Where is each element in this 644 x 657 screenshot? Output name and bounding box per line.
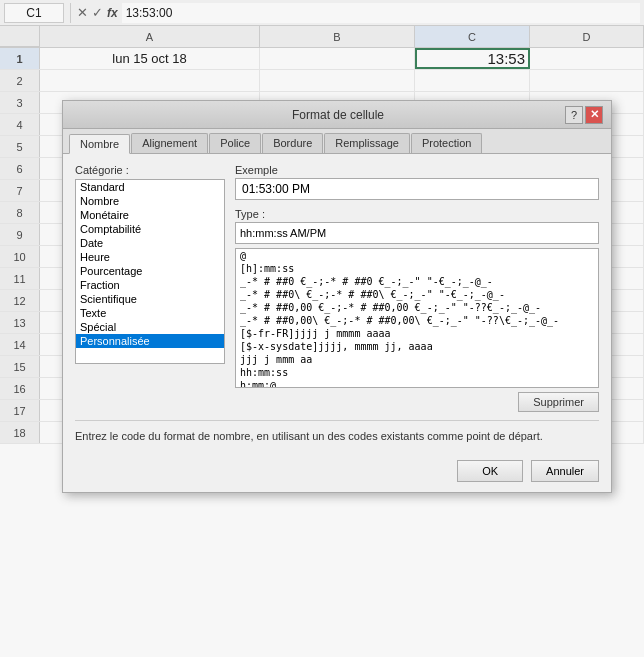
dialog-title-buttons: ? ✕ [565,106,603,124]
tab-nombre[interactable]: Nombre [69,134,130,154]
category-special[interactable]: Spécial [76,320,224,334]
dialog-close-button[interactable]: ✕ [585,106,603,124]
category-scientifique[interactable]: Scientifique [76,292,224,306]
format-cell-dialog: Format de cellule ? ✕ Nombre Alignement … [62,100,612,493]
cancel-button[interactable]: Annuler [531,460,599,482]
description-text: Entrez le code du format de nombre, en u… [75,430,543,442]
format-item-hmss[interactable]: [h]:mm:ss [236,262,598,275]
category-date[interactable]: Date [76,236,224,250]
description-area: Entrez le code du format de nombre, en u… [75,420,599,444]
dialog-title-bar: Format de cellule ? ✕ [63,101,611,129]
format-item-date-sys[interactable]: [$-x-sysdate]jjjj, mmmm jj, aaaa [236,340,598,353]
dialog-help-button[interactable]: ? [565,106,583,124]
example-value: 01:53:00 PM [235,178,599,200]
example-label: Exemple [235,164,599,176]
format-item-hmmat[interactable]: h:mm;@ [236,379,598,388]
category-panel: Catégorie : Standard Nombre Monétaire Co… [75,164,225,412]
dialog-overlay: Format de cellule ? ✕ Nombre Alignement … [0,0,644,657]
format-item-1[interactable]: _-* # ##0 €_-;-* # ##0 €_-;_-" "-€_-;_-@… [236,275,598,288]
dialog-title: Format de cellule [111,108,565,122]
delete-button[interactable]: Supprimer [518,392,599,412]
category-pourcentage[interactable]: Pourcentage [76,264,224,278]
tab-protection[interactable]: Protection [411,133,483,153]
delete-button-row: Supprimer [235,392,599,412]
format-item-at[interactable]: @ [236,249,598,262]
category-fraction[interactable]: Fraction [76,278,224,292]
tab-remplissage[interactable]: Remplissage [324,133,410,153]
format-item-date-fr[interactable]: [$-fr-FR]jjjj j mmmm aaaa [236,327,598,340]
format-listbox[interactable]: @ [h]:mm:ss _-* # ##0 €_-;-* # ##0 €_-;_… [235,248,599,388]
type-input[interactable] [235,222,599,244]
ok-button[interactable]: OK [457,460,523,482]
category-nombre[interactable]: Nombre [76,194,224,208]
format-item-3[interactable]: _-* # ##0,00 €_-;-* # ##0,00 €_-;_-" "-?… [236,301,598,314]
format-item-2[interactable]: _-* # ##0\ €_-;-* # ##0\ €_-;_-" "-€_-;_… [236,288,598,301]
tab-bordure[interactable]: Bordure [262,133,323,153]
type-input-row [235,222,599,244]
tab-alignement[interactable]: Alignement [131,133,208,153]
category-comptabilite[interactable]: Comptabilité [76,222,224,236]
category-label: Catégorie : [75,164,225,176]
format-item-hhmmss[interactable]: hh:mm:ss [236,366,598,379]
format-item-jmma[interactable]: jjj j mmm aa [236,353,598,366]
category-standard[interactable]: Standard [76,180,224,194]
category-heure[interactable]: Heure [76,250,224,264]
dialog-body: Catégorie : Standard Nombre Monétaire Co… [63,154,611,492]
category-listbox[interactable]: Standard Nombre Monétaire Comptabilité D… [75,179,225,364]
right-panel: Exemple 01:53:00 PM Type : @ [h]:mm:ss _… [235,164,599,412]
type-label: Type : [235,208,599,220]
format-item-4[interactable]: _-* # ##0,00\ €_-;-* # ##0,00\ €_-;_-" "… [236,314,598,327]
dialog-footer: OK Annuler [75,454,599,482]
category-texte[interactable]: Texte [76,306,224,320]
tab-police[interactable]: Police [209,133,261,153]
category-personnalisee[interactable]: Personnalisée [76,334,224,348]
dialog-tabs: Nombre Alignement Police Bordure Remplis… [63,129,611,154]
category-monetaire[interactable]: Monétaire [76,208,224,222]
dialog-content-row: Catégorie : Standard Nombre Monétaire Co… [75,164,599,412]
